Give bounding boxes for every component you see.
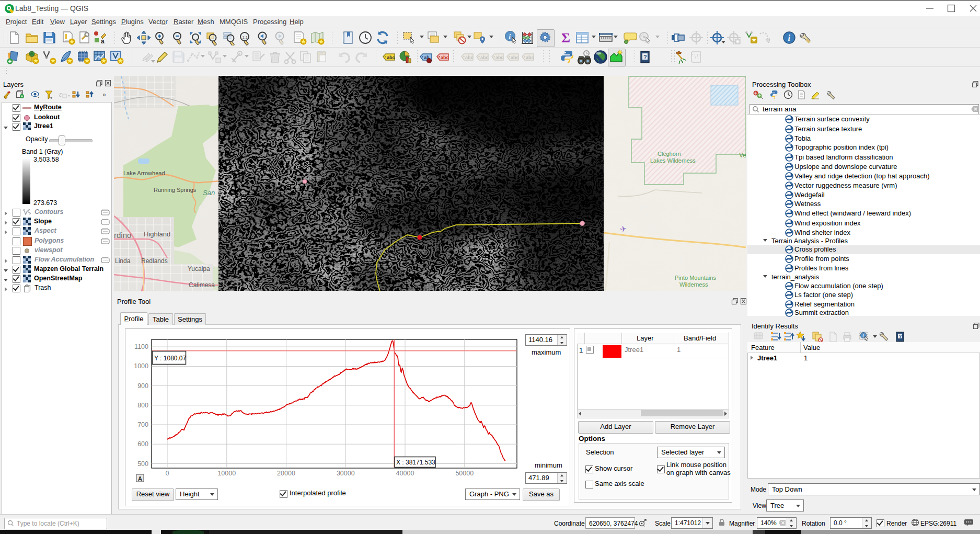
svg-text:10000: 10000 bbox=[217, 470, 236, 477]
svg-text:a: a bbox=[101, 38, 105, 45]
svg-text:Yucaipa: Yucaipa bbox=[188, 265, 210, 272]
svg-text:i: i bbox=[788, 33, 791, 42]
svg-text:1100: 1100 bbox=[134, 343, 148, 350]
svg-text:abc: abc bbox=[480, 55, 489, 60]
svg-text:1:1: 1:1 bbox=[243, 35, 248, 40]
svg-text:»: » bbox=[102, 91, 106, 98]
svg-text:abc: abc bbox=[465, 55, 474, 60]
svg-text:30000: 30000 bbox=[337, 470, 355, 477]
svg-text:0: 0 bbox=[166, 470, 169, 477]
svg-text:abc: abc bbox=[511, 55, 519, 60]
svg-text:Σ: Σ bbox=[561, 30, 570, 46]
svg-text:Highland: Highland bbox=[144, 230, 170, 238]
svg-text:Linda: Linda bbox=[115, 257, 131, 265]
svg-text:i: i bbox=[509, 32, 511, 40]
svg-text:ε: ε bbox=[59, 91, 62, 98]
svg-text:rdino: rdino bbox=[114, 231, 131, 240]
svg-text:500: 500 bbox=[137, 460, 148, 468]
svg-text:700: 700 bbox=[137, 421, 148, 428]
svg-text:X : 38171.533: X : 38171.533 bbox=[396, 459, 435, 466]
svg-text:Lakes Wilderness: Lakes Wilderness bbox=[650, 157, 696, 164]
svg-text:40000: 40000 bbox=[396, 470, 414, 477]
svg-text:Cleghorn: Cleghorn bbox=[658, 151, 681, 157]
svg-text:Calimesa: Calimesa bbox=[189, 281, 215, 289]
svg-text:A: A bbox=[138, 475, 142, 482]
svg-text:20000: 20000 bbox=[277, 470, 295, 477]
svg-text:San: San bbox=[203, 189, 215, 197]
svg-text:abc: abc bbox=[495, 55, 504, 60]
svg-text:Running Springs: Running Springs bbox=[154, 187, 197, 193]
svg-text:Ve: Ve bbox=[739, 152, 746, 159]
svg-text:?: ? bbox=[899, 334, 902, 339]
svg-text:800: 800 bbox=[137, 402, 148, 409]
svg-text:?: ? bbox=[643, 54, 647, 60]
svg-text:Wilderness: Wilderness bbox=[679, 281, 708, 288]
svg-text:abc: abc bbox=[441, 55, 449, 60]
svg-text:Redlands: Redlands bbox=[141, 257, 168, 265]
svg-text:50000: 50000 bbox=[455, 470, 474, 477]
svg-text:abc: abc bbox=[387, 55, 395, 60]
svg-text:900: 900 bbox=[137, 382, 148, 390]
svg-text:abc: abc bbox=[526, 55, 534, 60]
svg-text:Lake Arrowhead: Lake Arrowhead bbox=[123, 170, 165, 176]
svg-text:Pinto Mountains: Pinto Mountains bbox=[675, 275, 716, 281]
svg-text:Y : 1080.07: Y : 1080.07 bbox=[154, 355, 186, 362]
svg-text:600: 600 bbox=[137, 440, 148, 448]
svg-text:1000: 1000 bbox=[134, 362, 148, 370]
